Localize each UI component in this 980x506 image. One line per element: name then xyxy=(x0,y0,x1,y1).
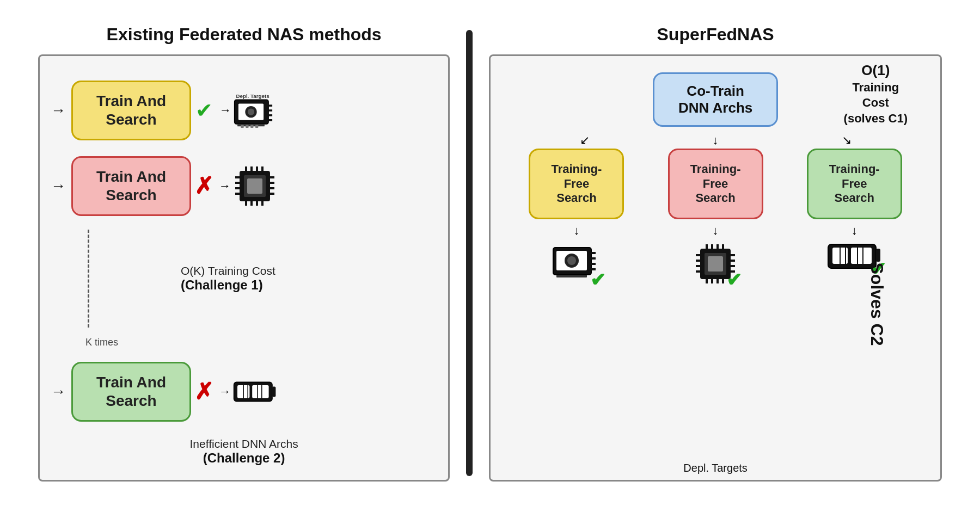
cpu-col2: ✔ xyxy=(694,242,737,288)
tas-box-green: Train AndSearch xyxy=(71,362,191,422)
svg-rect-45 xyxy=(591,252,596,254)
right-col-3: Training-FreeSearch ↓ xyxy=(807,149,902,277)
svg-rect-4 xyxy=(268,104,272,107)
svg-rect-25 xyxy=(245,166,247,171)
right-col-2: Training-FreeSearch ↓ xyxy=(668,149,763,288)
tas-box-red: Train AndSearch xyxy=(71,156,191,216)
svg-rect-30 xyxy=(250,201,253,206)
svg-rect-46 xyxy=(591,257,596,260)
svg-rect-27 xyxy=(256,166,258,171)
svg-rect-18 xyxy=(235,182,240,184)
svg-rect-62 xyxy=(711,244,713,249)
svg-rect-22 xyxy=(270,182,274,184)
gpu-icon: Depl. Targets xyxy=(234,89,277,132)
tas-box-yellow: Train AndSearch xyxy=(71,81,191,140)
solves-c2-label: Solves C2 xyxy=(867,263,887,346)
k-times-label: K times xyxy=(85,337,118,348)
tfs-box-red: Training-FreeSearch xyxy=(668,149,763,219)
svg-rect-32 xyxy=(261,201,264,206)
cpu-icon xyxy=(233,164,277,208)
svg-rect-55 xyxy=(696,265,700,267)
svg-rect-29 xyxy=(245,201,247,206)
svg-rect-59 xyxy=(731,265,735,267)
svg-rect-5 xyxy=(268,109,272,112)
flow-row-1: → Train AndSearch ✔ → xyxy=(51,81,437,140)
svg-rect-58 xyxy=(731,260,735,262)
arrow-5: → xyxy=(51,383,66,400)
right-col-1: Training-FreeSearch ↓ xyxy=(529,149,624,288)
cross-mark-1: ✗ xyxy=(194,175,213,198)
arrow-6: → xyxy=(219,385,231,399)
svg-rect-47 xyxy=(591,263,596,265)
svg-rect-53 xyxy=(696,254,700,256)
co-train-box: Co-TrainDNN Archs xyxy=(653,72,778,127)
left-panel: Existing Federated NAS methods → Train A… xyxy=(27,19,461,487)
arrow-4: → xyxy=(219,179,231,193)
svg-rect-20 xyxy=(235,193,240,195)
tfs-box-yellow: Training-FreeSearch xyxy=(529,149,624,219)
gpu-col1: ✔ xyxy=(552,242,601,288)
right-title: SuperFedNAS xyxy=(657,24,774,45)
flow-row-2: → Train AndSearch ✗ → xyxy=(51,156,437,216)
check-mark-1: ✔ xyxy=(195,98,213,122)
svg-rect-52 xyxy=(708,256,723,271)
svg-point-44 xyxy=(567,256,576,265)
arrow-to-tfs1: ↙ xyxy=(580,133,590,147)
dotted-vline xyxy=(88,230,89,328)
battery-icon xyxy=(233,370,277,414)
ok-training-label: O(K) Training Cost xyxy=(181,264,275,277)
svg-rect-61 xyxy=(706,244,708,249)
svg-rect-19 xyxy=(235,187,240,189)
svg-text:Depl. Targets: Depl. Targets xyxy=(236,92,270,98)
solves-c1-text: (solves C1) xyxy=(844,112,908,125)
tfs-box-green: Training-FreeSearch xyxy=(807,149,902,219)
svg-rect-24 xyxy=(270,193,274,195)
check-col2: ✔ xyxy=(726,269,742,291)
arrow-down-2: ↓ xyxy=(713,224,719,238)
o1-text: O(1) xyxy=(861,62,890,78)
svg-rect-66 xyxy=(711,279,713,283)
right-box: O(1) Training Cost (solves C1) Co-TrainD… xyxy=(489,54,942,482)
svg-rect-28 xyxy=(261,166,264,171)
depl-targets-right: Depl. Targets xyxy=(683,462,747,474)
arrow-to-tfs3: ↘ xyxy=(842,133,852,147)
svg-rect-63 xyxy=(716,244,719,249)
svg-rect-34 xyxy=(272,386,275,397)
svg-rect-57 xyxy=(731,254,735,256)
arrow-1: → xyxy=(51,102,66,119)
svg-rect-6 xyxy=(268,114,272,116)
svg-rect-12 xyxy=(255,125,258,127)
left-title: Existing Federated NAS methods xyxy=(107,24,382,45)
cost-text: Cost xyxy=(862,96,889,109)
o1-label: O(1) Training Cost (solves C1) xyxy=(844,61,908,127)
svg-rect-31 xyxy=(256,201,258,206)
svg-rect-49 xyxy=(556,275,587,277)
flow-row-3: → Train AndSearch ✗ → xyxy=(51,362,437,422)
svg-rect-65 xyxy=(706,279,708,283)
right-panel: SuperFedNAS O(1) Training Cost (solves C… xyxy=(478,19,953,487)
svg-point-3 xyxy=(248,108,254,115)
svg-rect-16 xyxy=(247,178,262,194)
arrow-3: → xyxy=(51,177,66,195)
svg-rect-68 xyxy=(722,279,724,283)
cross-mark-2: ✗ xyxy=(194,380,213,403)
svg-rect-17 xyxy=(235,176,240,178)
inefficient-label: Inefficient DNN Archs xyxy=(51,437,437,451)
panel-divider xyxy=(466,30,473,476)
svg-rect-9 xyxy=(241,125,243,127)
svg-rect-23 xyxy=(270,187,274,189)
svg-rect-21 xyxy=(270,176,274,178)
arrow-2: → xyxy=(219,103,231,118)
svg-rect-64 xyxy=(722,244,724,249)
svg-rect-54 xyxy=(696,260,700,262)
svg-rect-26 xyxy=(250,166,253,171)
arrow-down-3: ↓ xyxy=(852,224,857,238)
arrow-down-1: ↓ xyxy=(573,224,579,238)
check-col1: ✔ xyxy=(590,269,605,291)
arrow-to-tfs2: ↓ xyxy=(713,133,719,147)
svg-rect-67 xyxy=(716,279,719,283)
challenge2-label: (Challenge 2) xyxy=(51,451,437,466)
main-container: Existing Federated NAS methods → Train A… xyxy=(27,19,953,487)
svg-rect-10 xyxy=(246,125,248,127)
challenge1-label: (Challenge 1) xyxy=(181,277,275,293)
